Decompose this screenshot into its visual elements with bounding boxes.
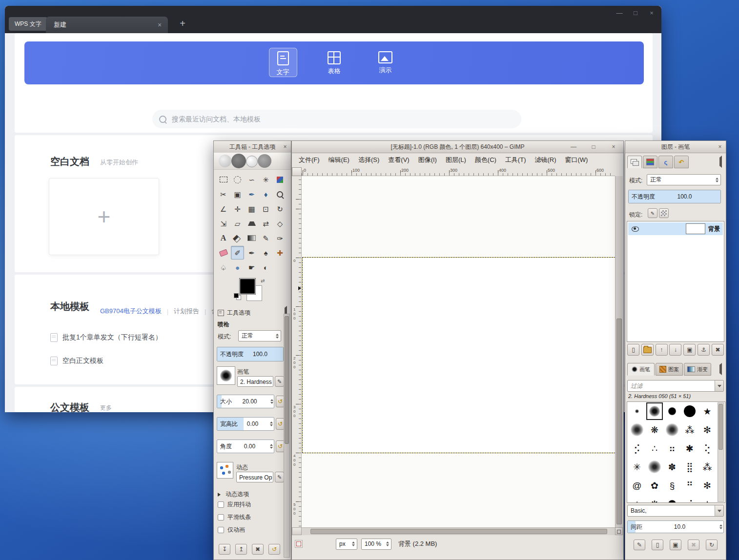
brush-item[interactable]: ✿: [646, 477, 663, 494]
zoom-select[interactable]: 100 %: [361, 539, 391, 550]
layer-opacity-slider[interactable]: 不透明度 100.0: [628, 190, 721, 203]
perspective-tool[interactable]: [245, 217, 258, 230]
checkbox[interactable]: [218, 501, 224, 508]
scissors-select-tool[interactable]: ✂: [217, 187, 230, 201]
scrollbar-thumb[interactable]: [310, 529, 607, 534]
banner-app-item[interactable]: 表格: [320, 48, 349, 77]
brush-item[interactable]: ✱: [681, 440, 698, 457]
vertical-ruler[interactable]: 0 100 200 300 400 500: [292, 176, 302, 527]
ellipse-select-tool[interactable]: [231, 173, 244, 186]
brush-item[interactable]: [646, 402, 663, 420]
brush-item[interactable]: ❋: [646, 421, 663, 439]
menu-item[interactable]: 窗口(W): [561, 154, 593, 166]
tab-patterns[interactable]: 图案: [656, 363, 683, 376]
menu-item[interactable]: 编辑(E): [324, 154, 354, 166]
close-button[interactable]: ×: [610, 143, 617, 151]
tab-channels[interactable]: [643, 156, 657, 168]
fuzzy-select-tool[interactable]: ✳: [259, 173, 272, 186]
tab-undo-history[interactable]: ↶: [674, 156, 689, 168]
new-blank-document-card[interactable]: +: [49, 178, 159, 255]
duplicate-layer-button[interactable]: ▣: [683, 344, 696, 356]
flip-tool[interactable]: ⇄: [259, 217, 272, 230]
cage-transform-tool[interactable]: ◇: [273, 217, 287, 230]
brush-item[interactable]: ✽: [664, 458, 680, 476]
move-tool[interactable]: ✛: [231, 202, 244, 216]
perspective-clone-tool[interactable]: ♤: [217, 260, 230, 274]
save-tool-preset-button[interactable]: ↧: [219, 544, 230, 555]
canvas-viewport[interactable]: [302, 176, 615, 527]
brush-grid-scrollbar[interactable]: [718, 402, 724, 502]
edit-dynamics-button[interactable]: ✎: [275, 472, 284, 482]
dynamics-options-expander[interactable]: 动态选项: [218, 490, 249, 499]
navigation-button[interactable]: [615, 527, 623, 535]
measure-tool[interactable]: ∠: [217, 202, 230, 216]
menu-item[interactable]: 查看(V): [384, 154, 413, 166]
search-bar[interactable]: [152, 110, 521, 128]
edit-brush-button[interactable]: ✎: [634, 540, 645, 550]
lock-alpha-button[interactable]: [659, 208, 669, 218]
spinner-icon[interactable]: [351, 541, 355, 546]
bucket-fill-tool[interactable]: ◧: [231, 231, 244, 245]
pencil-tool[interactable]: ✎: [259, 231, 272, 245]
clone-tool[interactable]: ♠: [259, 246, 272, 260]
title-bar[interactable]: 工具箱 - 工具选项 ×: [214, 141, 291, 153]
brush-item[interactable]: ⢕: [699, 440, 716, 457]
spinner-icon[interactable]: [269, 444, 274, 449]
title-bar[interactable]: 图层 - 画笔 ×: [625, 141, 726, 153]
quick-mask-toggle[interactable]: [295, 540, 303, 548]
template-list-item[interactable]: 批复1个章单发文（下行短署名）: [50, 331, 162, 344]
new-layer-button[interactable]: ▯: [627, 344, 639, 356]
scrollbar-thumb[interactable]: [718, 404, 723, 450]
layer-thumbnail[interactable]: [686, 223, 705, 234]
vertical-scrollbar[interactable]: [615, 176, 623, 527]
free-select-tool[interactable]: ∽: [245, 173, 258, 186]
edit-brush-button[interactable]: ✎: [275, 376, 284, 387]
minimize-button[interactable]: —: [615, 9, 624, 17]
brush-item[interactable]: ∴: [646, 440, 663, 457]
new-brush-button[interactable]: ▯: [652, 540, 663, 550]
angle-slider[interactable]: 角度 0.00: [217, 440, 274, 453]
spinner-icon[interactable]: [275, 334, 279, 339]
brush-item[interactable]: [664, 495, 680, 503]
tab-brushes[interactable]: 画笔: [627, 363, 655, 376]
spinner-icon[interactable]: [719, 524, 723, 529]
brush-item[interactable]: ★: [699, 495, 716, 503]
template-list-item[interactable]: 空白正文模板: [50, 355, 162, 367]
brush-item[interactable]: ⡪: [629, 440, 645, 457]
search-input[interactable]: [171, 115, 514, 123]
brush-item[interactable]: [646, 458, 663, 476]
brush-spacing-slider[interactable]: 间距 10.0: [627, 520, 724, 533]
shear-tool[interactable]: ▱: [231, 217, 244, 230]
brush-item[interactable]: ∴: [629, 495, 645, 503]
reset-tool-options-button[interactable]: ↺: [268, 544, 280, 555]
template-category-link[interactable]: GB9704电子公文模板: [100, 307, 162, 316]
brush-item[interactable]: ⠛: [681, 477, 698, 494]
tab-layers[interactable]: [627, 156, 642, 168]
brush-item[interactable]: §: [664, 477, 680, 494]
brush-item[interactable]: ✳: [629, 458, 645, 476]
dynamics-preview[interactable]: [217, 462, 233, 479]
brush-filter-combo[interactable]: 过滤: [627, 380, 724, 392]
visibility-eye-icon[interactable]: [632, 226, 639, 232]
dropdown-arrow-icon[interactable]: [715, 380, 723, 391]
template-category-link[interactable]: 计划报告: [174, 307, 199, 316]
brush-item[interactable]: ✻: [699, 421, 716, 439]
brush-item[interactable]: [664, 402, 680, 420]
dodge-burn-tool[interactable]: ◐: [259, 260, 272, 274]
checkbox-row[interactable]: 平滑线条: [218, 511, 251, 523]
checkbox-row[interactable]: 仅动画: [218, 523, 251, 536]
delete-layer-button[interactable]: ✖: [712, 344, 724, 356]
menu-item[interactable]: 工具(T): [501, 154, 531, 166]
raise-layer-button[interactable]: ↑: [656, 344, 668, 356]
dropdown-arrow-icon[interactable]: [715, 505, 723, 516]
scrollbar-thumb[interactable]: [285, 316, 289, 444]
brush-size-slider[interactable]: 大小 20.00: [217, 395, 274, 408]
brush-preset-combo[interactable]: Basic,: [627, 505, 724, 517]
refresh-brushes-button[interactable]: ↻: [706, 540, 718, 550]
color-picker-tool[interactable]: ♦: [259, 187, 272, 201]
lock-pixels-button[interactable]: ✎: [648, 208, 657, 218]
rectangle-select-tool[interactable]: [217, 173, 230, 186]
brush-item[interactable]: @: [629, 477, 645, 494]
menu-item[interactable]: 文件(F): [294, 154, 324, 166]
more-link[interactable]: 更多: [100, 404, 112, 412]
